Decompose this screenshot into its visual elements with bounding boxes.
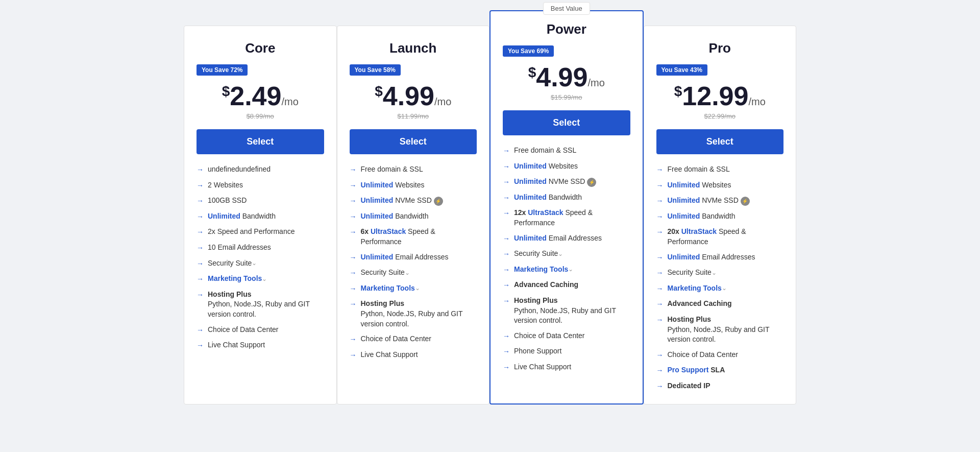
feature-item: →Security Suite⌄ (503, 249, 630, 259)
feature-item: →Pro Support SLA (656, 365, 784, 376)
arrow-icon: → (350, 196, 357, 206)
arrow-icon: → (503, 280, 510, 291)
feature-item: →Free domain & SSL (503, 146, 630, 156)
feature-item: →6x UltraStack Speed & Performance (350, 227, 477, 247)
speed-icon: ⚡ (741, 197, 750, 206)
plan-card-launch: LaunchYou Save 58%$4.99/mo$11.99/moSelec… (337, 26, 490, 405)
feature-item: →2 Websites (197, 180, 324, 191)
arrow-icon: → (350, 227, 357, 237)
select-button-power[interactable]: Select (503, 110, 630, 135)
feature-text: Dedicated IP (668, 381, 710, 391)
arrow-icon: → (656, 366, 664, 376)
arrow-icon: → (656, 165, 664, 175)
feature-item: →10 Email Addresses (197, 243, 324, 253)
currency-symbol: $ (222, 83, 230, 99)
arrow-icon: → (503, 146, 510, 156)
arrow-icon: → (656, 181, 664, 191)
original-price: $8.99/mo (197, 112, 324, 120)
plan-card-core: CoreYou Save 72%$2.49/mo$8.99/moSelect→u… (184, 26, 337, 405)
arrow-icon: → (197, 243, 204, 253)
per-mo: /mo (434, 96, 451, 107)
arrow-icon: → (503, 363, 510, 373)
features-list: →Free domain & SSL→Unlimited Websites→Un… (350, 164, 477, 360)
currency-symbol: $ (375, 83, 383, 99)
plans-container: CoreYou Save 72%$2.49/mo$8.99/moSelect→u… (184, 26, 796, 405)
feature-item: →Unlimited Bandwidth (350, 211, 477, 222)
feature-item: →Unlimited Email Addresses (503, 233, 630, 244)
arrow-icon: → (503, 249, 510, 259)
feature-text: Marketing Tools⌄ (668, 283, 727, 294)
feature-text: Security Suite⌄ (208, 258, 257, 269)
arrow-icon: → (656, 284, 664, 294)
chevron-down-icon[interactable]: ⌄ (405, 269, 410, 277)
original-price: $11.99/mo (350, 112, 477, 120)
select-button-core[interactable]: Select (197, 129, 324, 154)
chevron-down-icon[interactable]: ⌄ (262, 275, 267, 283)
feature-item: →20x UltraStack Speed & Performance (656, 227, 784, 247)
features-list: →Free domain & SSL→Unlimited Websites→Un… (503, 146, 630, 373)
select-button-launch[interactable]: Select (350, 129, 477, 154)
feature-item: →Hosting PlusPython, Node.JS, Ruby and G… (656, 315, 784, 345)
price-area: $4.99/mo (350, 83, 477, 109)
arrow-icon: → (503, 234, 510, 244)
feature-item: →Live Chat Support (350, 350, 477, 361)
feature-text: Advanced Caching (668, 299, 732, 309)
chevron-down-icon[interactable]: ⌄ (415, 284, 420, 293)
features-list: →undefinedundefined→2 Websites→100GB SSD… (197, 164, 324, 351)
chevron-down-icon[interactable]: ⌄ (568, 265, 573, 274)
feature-item: →Hosting PlusPython, Node.JS, Ruby and G… (503, 296, 630, 326)
plan-name: Launch (350, 40, 477, 56)
arrow-icon: → (656, 253, 664, 263)
feature-text: Security Suite⌄ (514, 249, 563, 259)
feature-text: Unlimited Bandwidth (668, 211, 736, 222)
feature-text: Unlimited Email Addresses (514, 233, 602, 244)
best-value-badge: Best Value (543, 2, 590, 15)
feature-text: Live Chat Support (208, 340, 265, 350)
feature-item: →Choice of Data Center (656, 350, 784, 361)
feature-text: 20x UltraStack Speed & Performance (668, 227, 784, 247)
chevron-down-icon[interactable]: ⌄ (252, 259, 257, 268)
feature-item: →Free domain & SSL (350, 164, 477, 175)
feature-item: →Advanced Caching (656, 299, 784, 310)
chevron-down-icon[interactable]: ⌄ (558, 250, 563, 258)
feature-text: Free domain & SSL (514, 146, 576, 156)
arrow-icon: → (197, 274, 204, 284)
feature-text: Hosting PlusPython, Node.JS, Ruby and GI… (361, 299, 477, 329)
feature-text: Hosting PlusPython, Node.JS, Ruby and GI… (208, 290, 324, 320)
feature-item: →Free domain & SSL (656, 164, 784, 175)
feature-text: Live Chat Support (514, 362, 571, 372)
feature-text: Unlimited Email Addresses (668, 252, 755, 263)
arrow-icon: → (503, 296, 510, 306)
currency-symbol: $ (528, 64, 536, 80)
save-badge: You Save 72% (197, 64, 248, 76)
select-button-pro[interactable]: Select (656, 129, 784, 154)
arrow-icon: → (350, 253, 357, 263)
feature-item: →12x UltraStack Speed & Performance (503, 208, 630, 228)
feature-text: 12x UltraStack Speed & Performance (514, 208, 630, 228)
feature-text: 2x Speed and Performance (208, 227, 295, 237)
arrow-icon: → (656, 315, 664, 325)
feature-item: →Security Suite⌄ (197, 258, 324, 269)
feature-item: →Unlimited NVMe SSD⚡ (656, 196, 784, 206)
arrow-icon: → (197, 227, 204, 237)
feature-text: Free domain & SSL (668, 164, 730, 175)
feature-item: →Choice of Data Center (197, 325, 324, 336)
arrow-icon: → (656, 212, 664, 222)
arrow-icon: → (656, 196, 664, 206)
feature-text: Hosting PlusPython, Node.JS, Ruby and GI… (514, 296, 630, 326)
arrow-icon: → (350, 350, 357, 361)
price-main: $12.99/mo (656, 83, 784, 109)
save-badge: You Save 43% (656, 64, 707, 76)
feature-text: Choice of Data Center (514, 331, 585, 341)
feature-text: Choice of Data Center (361, 334, 432, 344)
plan-card-pro: ProYou Save 43%$12.99/mo$22.99/moSelect→… (644, 26, 797, 405)
feature-item: →Marketing Tools⌄ (197, 274, 324, 284)
arrow-icon: → (197, 259, 204, 269)
chevron-down-icon[interactable]: ⌄ (722, 284, 727, 293)
arrow-icon: → (197, 341, 204, 351)
feature-item: →Live Chat Support (197, 340, 324, 351)
per-mo: /mo (281, 96, 298, 107)
feature-text: Unlimited NVMe SSD⚡ (668, 196, 750, 206)
chevron-down-icon[interactable]: ⌄ (712, 269, 717, 277)
arrow-icon: → (350, 212, 357, 222)
